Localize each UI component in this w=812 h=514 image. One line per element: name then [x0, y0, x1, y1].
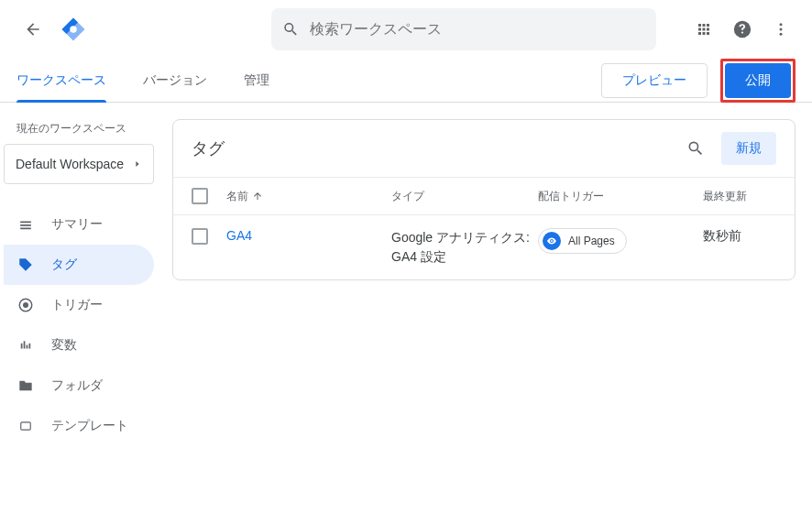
sidebar-item-summary[interactable]: サマリー: [4, 204, 154, 245]
sidebar-item-label: テンプレート: [51, 418, 128, 434]
workspace-label: 現在のワークスペース: [4, 117, 154, 144]
arrow-left-icon: [24, 20, 42, 38]
app-logo: [59, 15, 88, 44]
summary-icon: [16, 218, 35, 231]
search-input[interactable]: [310, 21, 645, 38]
sidebar-item-templates[interactable]: テンプレート: [4, 406, 154, 446]
row-checkbox[interactable]: [192, 228, 208, 245]
col-trigger: 配信トリガー: [538, 189, 703, 204]
tag-updated: 数秒前: [703, 228, 776, 245]
sidebar-item-label: トリガー: [51, 297, 103, 313]
publish-button[interactable]: 公開: [725, 63, 791, 98]
gtm-logo-icon: [60, 16, 87, 43]
sidebar-item-label: フォルダ: [51, 377, 103, 394]
search-icon: [686, 139, 705, 158]
col-updated: 最終更新: [703, 189, 776, 204]
back-button[interactable]: [15, 11, 51, 48]
tag-icon: [16, 257, 35, 273]
publish-highlight: 公開: [720, 59, 796, 103]
sidebar-item-folders[interactable]: フォルダ: [4, 366, 154, 406]
svg-point-0: [70, 26, 77, 33]
pageview-icon: [543, 232, 561, 250]
svg-point-3: [780, 28, 783, 31]
select-all-checkbox[interactable]: [192, 188, 208, 204]
variable-icon: [16, 339, 35, 352]
new-button[interactable]: 新規: [721, 132, 776, 165]
svg-point-4: [780, 33, 783, 36]
apps-icon: [696, 21, 712, 38]
sidebar-item-label: 変数: [51, 337, 77, 354]
svg-point-6: [23, 302, 28, 308]
col-name[interactable]: 名前: [226, 189, 391, 204]
table-row[interactable]: GA4 Google アナリティクス: GA4 設定 All Pages 数秒前: [173, 215, 795, 279]
table-header: 名前 タイプ 配信トリガー 最終更新: [173, 177, 795, 215]
help-icon: [732, 19, 752, 39]
tag-name-link[interactable]: GA4: [226, 228, 252, 243]
trigger-label: All Pages: [568, 235, 615, 247]
trigger-icon: [16, 297, 35, 313]
preview-button[interactable]: プレビュー: [601, 63, 708, 98]
sidebar-item-triggers[interactable]: トリガー: [4, 285, 154, 325]
sidebar-item-tags[interactable]: タグ: [4, 245, 154, 285]
sidebar-item-variables[interactable]: 変数: [4, 325, 154, 366]
search-icon: [282, 20, 299, 38]
svg-rect-7: [21, 422, 31, 430]
apps-button[interactable]: [693, 18, 715, 40]
sort-asc-icon: [252, 191, 263, 202]
svg-point-2: [780, 23, 783, 26]
more-button[interactable]: [770, 18, 792, 40]
chevron-right-icon: [133, 158, 142, 170]
folder-icon: [16, 378, 35, 393]
svg-point-8: [551, 240, 553, 242]
template-icon: [16, 420, 35, 432]
trigger-chip[interactable]: All Pages: [538, 228, 627, 254]
search-box[interactable]: [271, 8, 656, 50]
workspace-name: Default Workspace: [16, 157, 124, 171]
tab-workspace[interactable]: ワークスペース: [16, 59, 106, 103]
col-type: タイプ: [391, 189, 538, 204]
card-title: タグ: [192, 137, 225, 159]
sidebar-item-label: サマリー: [51, 216, 103, 233]
tab-admin[interactable]: 管理: [244, 59, 269, 103]
card-search-button[interactable]: [685, 137, 707, 159]
sidebar-item-label: タグ: [51, 257, 77, 273]
workspace-selector[interactable]: Default Workspace: [4, 144, 154, 184]
tags-card: タグ 新規 名前 タイプ 配信トリガー 最終更新 GA4: [172, 119, 796, 280]
tab-versions[interactable]: バージョン: [143, 59, 207, 103]
more-vert-icon: [773, 21, 789, 38]
help-button[interactable]: [731, 18, 753, 40]
tag-type: Google アナリティクス: GA4 設定: [391, 228, 538, 267]
